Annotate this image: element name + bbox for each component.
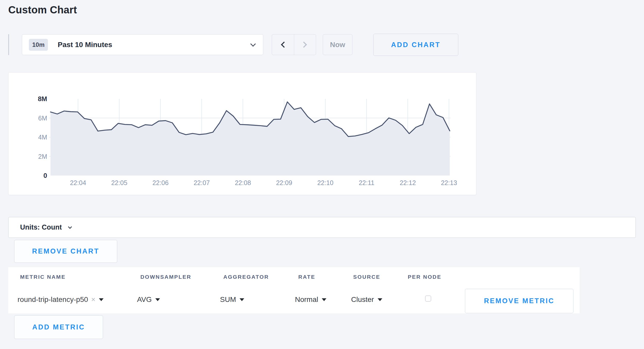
now-button[interactable]: Now	[323, 34, 352, 55]
time-range-label: Past 10 Minutes	[58, 41, 250, 49]
svg-text:4M: 4M	[38, 134, 47, 141]
metric-table: METRIC NAME DOWNSAMPLER AGGREGATOR RATE …	[8, 267, 580, 313]
time-forward-button[interactable]	[294, 34, 316, 55]
svg-text:22:12: 22:12	[400, 179, 416, 186]
dropdown-caret-icon	[378, 298, 382, 301]
chevron-left-icon	[281, 41, 287, 48]
svg-text:22:10: 22:10	[317, 179, 334, 186]
remove-chart-button[interactable]: REMOVE CHART	[14, 240, 117, 263]
source-select[interactable]: Cluster	[351, 292, 382, 307]
chevron-down-icon	[68, 225, 72, 229]
column-header-source: SOURCE	[353, 274, 380, 280]
time-range-dropdown[interactable]: 10m Past 10 Minutes	[22, 34, 263, 55]
metric-name-value: round-trip-latency-p50	[18, 295, 88, 304]
aggregator-value: SUM	[220, 295, 236, 304]
dropdown-caret-icon	[240, 298, 244, 301]
chevron-right-icon	[301, 41, 307, 48]
per-node-checkbox[interactable]	[425, 295, 431, 302]
svg-text:2M: 2M	[38, 153, 47, 160]
svg-text:22:06: 22:06	[152, 179, 169, 186]
toolbar-accent-divider	[8, 34, 9, 55]
column-header-aggregator: AGGREGATOR	[223, 274, 269, 280]
svg-text:22:08: 22:08	[235, 179, 251, 186]
dropdown-caret-icon	[155, 298, 160, 301]
rate-select[interactable]: Normal	[295, 292, 326, 307]
svg-text:22:07: 22:07	[194, 179, 210, 186]
units-dropdown[interactable]: Units: Count	[8, 217, 636, 238]
metric-name-select[interactable]: round-trip-latency-p50 ×	[18, 292, 104, 307]
chart-card: 02M4M6M8M22:0422:0522:0622:0722:0822:092…	[8, 72, 476, 195]
svg-text:22:13: 22:13	[441, 179, 457, 186]
source-value: Cluster	[351, 295, 374, 304]
rate-value: Normal	[295, 295, 318, 304]
svg-text:8M: 8M	[38, 95, 47, 103]
column-header-metric-name: METRIC NAME	[20, 274, 66, 280]
add-metric-button[interactable]: ADD METRIC	[14, 315, 103, 339]
remove-metric-tag-icon[interactable]: ×	[91, 295, 95, 304]
svg-text:22:09: 22:09	[276, 179, 292, 186]
page-title: Custom Chart	[8, 4, 77, 16]
column-header-rate: RATE	[298, 274, 315, 280]
svg-text:0: 0	[44, 172, 47, 179]
units-label: Units: Count	[20, 223, 62, 231]
aggregator-select[interactable]: SUM	[220, 292, 244, 307]
timeseries-area-chart: 02M4M6M8M22:0422:0522:0622:0722:0822:092…	[9, 73, 476, 195]
downsampler-select[interactable]: AVG	[137, 292, 160, 307]
downsampler-value: AVG	[137, 295, 152, 304]
chevron-down-icon	[250, 41, 256, 47]
time-range-badge: 10m	[29, 39, 48, 51]
add-chart-button[interactable]: ADD CHART	[373, 34, 458, 56]
column-header-per-node: PER NODE	[408, 274, 442, 280]
dropdown-caret-icon	[99, 298, 104, 301]
time-back-button[interactable]	[272, 34, 294, 55]
svg-text:22:11: 22:11	[359, 179, 375, 186]
svg-text:6M: 6M	[38, 115, 47, 122]
svg-text:22:04: 22:04	[70, 179, 86, 186]
remove-metric-button[interactable]: REMOVE METRIC	[465, 289, 573, 313]
time-pager	[272, 34, 316, 55]
column-header-downsampler: DOWNSAMPLER	[140, 274, 191, 280]
svg-text:22:05: 22:05	[111, 179, 128, 186]
dropdown-caret-icon	[322, 298, 326, 301]
